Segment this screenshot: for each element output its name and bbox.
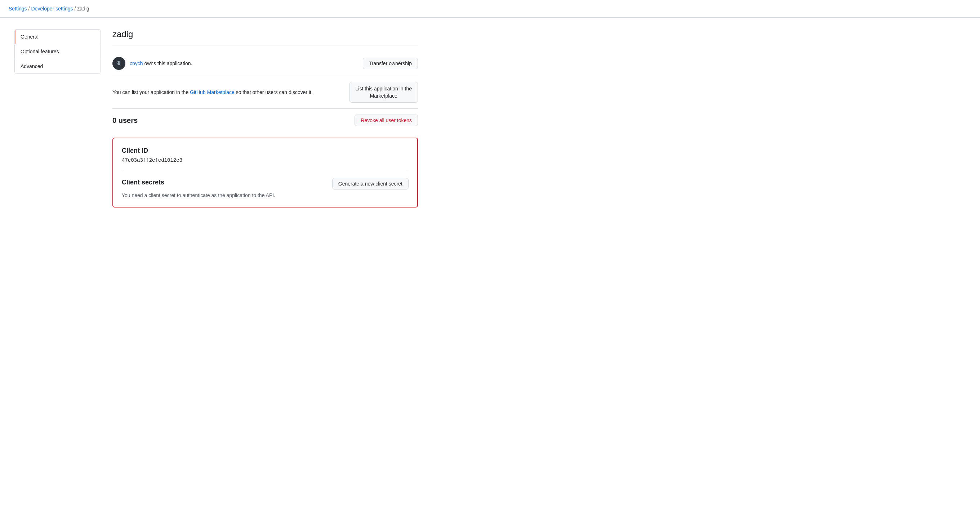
client-secrets-description: You need a client secret to authenticate… — [122, 192, 409, 198]
client-box-divider — [122, 172, 409, 172]
breadcrumb-settings-link[interactable]: Settings — [9, 6, 27, 11]
sidebar-item-advanced[interactable]: Advanced — [15, 59, 100, 73]
breadcrumb-developer-settings-link[interactable]: Developer settings — [31, 6, 73, 11]
marketplace-description: You can list your application in the Git… — [112, 89, 338, 95]
sidebar-item-general[interactable]: General — [15, 30, 100, 44]
breadcrumb: Settings / Developer settings / zadig — [0, 0, 980, 17]
owner-text: cnych owns this application. — [130, 60, 192, 66]
sidebar-nav: General Optional features Advanced — [14, 29, 101, 74]
revoke-all-tokens-button[interactable]: Revoke all user tokens — [355, 114, 418, 126]
transfer-ownership-button[interactable]: Transfer ownership — [363, 58, 418, 69]
breadcrumb-sep-1: / — [29, 6, 30, 11]
breadcrumb-current-page: zadig — [77, 6, 89, 11]
client-secrets-title: Client secrets — [122, 179, 164, 186]
client-id-section: Client ID 47c03a3ff2efed1012e3 — [122, 147, 409, 163]
owner-info: cnych owns this application. — [112, 57, 363, 70]
main-content: zadig cnych owns this application. Trans… — [112, 29, 418, 208]
user-avatar-icon — [115, 59, 123, 68]
marketplace-section: You can list your application in the Git… — [112, 76, 418, 109]
owner-section: cnych owns this application. Transfer ow… — [112, 51, 418, 76]
owner-link[interactable]: cnych — [130, 60, 143, 66]
client-id-title: Client ID — [122, 147, 409, 154]
list-marketplace-button[interactable]: List this application in theMarketplace — [350, 82, 418, 103]
users-count: 0 users — [112, 116, 138, 125]
users-section: 0 users Revoke all user tokens — [112, 109, 418, 132]
client-box: Client ID 47c03a3ff2efed1012e3 Client se… — [112, 138, 418, 208]
page-title: zadig — [112, 29, 418, 45]
github-marketplace-link[interactable]: GitHub Marketplace — [190, 89, 235, 95]
generate-secret-button[interactable]: Generate a new client secret — [332, 178, 409, 189]
client-id-value: 47c03a3ff2efed1012e3 — [122, 157, 409, 163]
breadcrumb-sep-2: / — [74, 6, 76, 11]
sidebar-item-optional-features[interactable]: Optional features — [15, 44, 100, 59]
client-secrets-section: Client secrets Generate a new client sec… — [122, 178, 409, 198]
sidebar: General Optional features Advanced — [14, 29, 101, 208]
avatar — [112, 57, 126, 70]
client-secrets-header: Client secrets Generate a new client sec… — [122, 178, 409, 189]
